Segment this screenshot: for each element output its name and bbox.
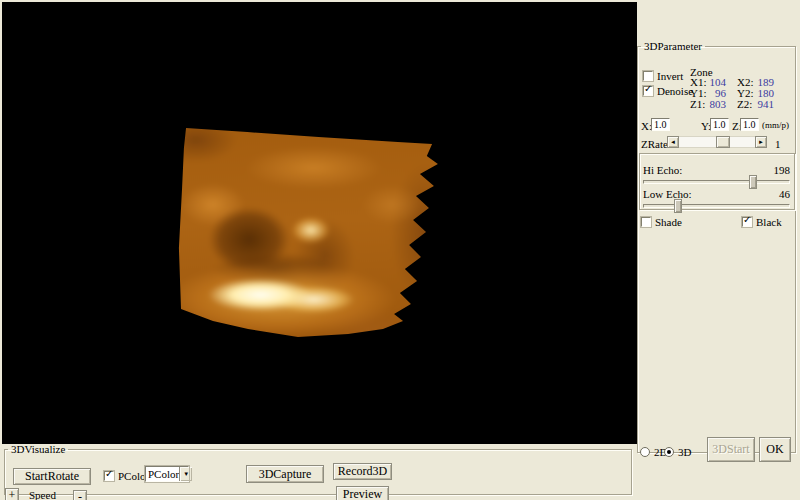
scroll-right-arrow-icon[interactable]: ►	[755, 136, 767, 148]
capture-3d-button[interactable]: 3DCapture	[246, 465, 324, 483]
ultrasound-volume	[176, 125, 440, 340]
low-echo-label: Low Echo:	[643, 188, 692, 200]
hi-echo-label: Hi Echo:	[643, 164, 682, 176]
check-icon: ✓	[644, 84, 652, 94]
hi-echo-value: 198	[774, 164, 791, 176]
denoise-checkbox[interactable]: ✓ Denoise	[643, 85, 693, 97]
black-checkbox-box: ✓	[742, 217, 752, 227]
render-viewport[interactable]	[2, 2, 637, 444]
zrate-scrollbar-track[interactable]	[679, 136, 755, 148]
pcolor-checkbox[interactable]: ✓ PColor	[104, 470, 149, 482]
zrate-value: 1	[775, 138, 781, 150]
y-scale-input[interactable]	[710, 118, 729, 131]
invert-checkbox[interactable]: ✓ Invert	[643, 70, 683, 82]
speed-label: Speed	[29, 489, 56, 500]
mode-3d-label: 3D	[678, 446, 691, 458]
hi-echo-slider[interactable]	[643, 180, 790, 184]
check-icon: ✓	[743, 215, 751, 225]
pcolor-checkbox-box: ✓	[104, 471, 114, 481]
ok-button[interactable]: OK	[759, 437, 791, 462]
z-scale-input[interactable]	[740, 118, 759, 131]
mode-2d-radio-circle	[640, 447, 650, 457]
mode-3d-radio[interactable]: 3D	[664, 446, 691, 458]
shade-checkbox-box: ✓	[641, 217, 651, 227]
x-scale-input[interactable]	[651, 118, 670, 131]
zrate-scrollbar-thumb[interactable]	[716, 136, 730, 148]
denoise-checkbox-box: ✓	[643, 86, 653, 96]
scroll-left-arrow-icon[interactable]: ◄	[667, 136, 679, 148]
invert-label: Invert	[657, 70, 683, 82]
low-echo-slider-thumb[interactable]	[674, 199, 682, 213]
start-rotate-button[interactable]: StartRotate	[13, 468, 91, 485]
denoise-label: Denoise	[657, 85, 693, 97]
mode-3d-radio-circle	[664, 447, 674, 457]
check-icon: ✓	[105, 469, 113, 479]
hi-echo-slider-thumb[interactable]	[749, 175, 757, 189]
zrate-scrollbar[interactable]: ◄ ►	[667, 136, 767, 148]
zone-z1-value: 803	[700, 98, 726, 110]
shade-label: Shade	[655, 216, 682, 228]
start-3d-button[interactable]: 3DStart	[707, 437, 755, 462]
dropdown-arrow-icon[interactable]: ▼	[179, 467, 192, 481]
parameter-group: 3DParameter ✓ Invert ✓ Denoise Zone X1: …	[637, 40, 796, 453]
invert-checkbox-box: ✓	[643, 71, 653, 81]
pcolor-select-value: PColor	[146, 468, 179, 480]
shade-checkbox[interactable]: ✓ Shade	[641, 216, 682, 228]
echo-group: Hi Echo: 198 Low Echo: 46	[639, 153, 795, 210]
radio-dot	[667, 450, 671, 454]
zrate-label: ZRate	[641, 138, 668, 150]
ultrasound-volume-paint	[168, 117, 448, 348]
pcolor-select[interactable]: PColor ▼	[145, 466, 189, 482]
zone-z2-value: 941	[744, 98, 774, 110]
speed-plus-button[interactable]: +	[5, 488, 19, 500]
parameter-group-title: 3DParameter	[641, 40, 705, 52]
record-3d-button[interactable]: Record3D	[333, 463, 392, 480]
speed-minus-button[interactable]: -	[73, 490, 87, 500]
low-echo-slider[interactable]	[643, 204, 790, 208]
black-label: Black	[756, 216, 782, 228]
visualize-group-title: 3DVisualize	[8, 443, 68, 455]
visualize-group: 3DVisualize StartRotate + Speed - ✓ PCol…	[4, 443, 632, 495]
black-checkbox[interactable]: ✓ Black	[742, 216, 782, 228]
scale-unit-label: (mm/p)	[762, 120, 789, 130]
preview-button[interactable]: Preview	[336, 486, 389, 500]
low-echo-value: 46	[779, 188, 790, 200]
